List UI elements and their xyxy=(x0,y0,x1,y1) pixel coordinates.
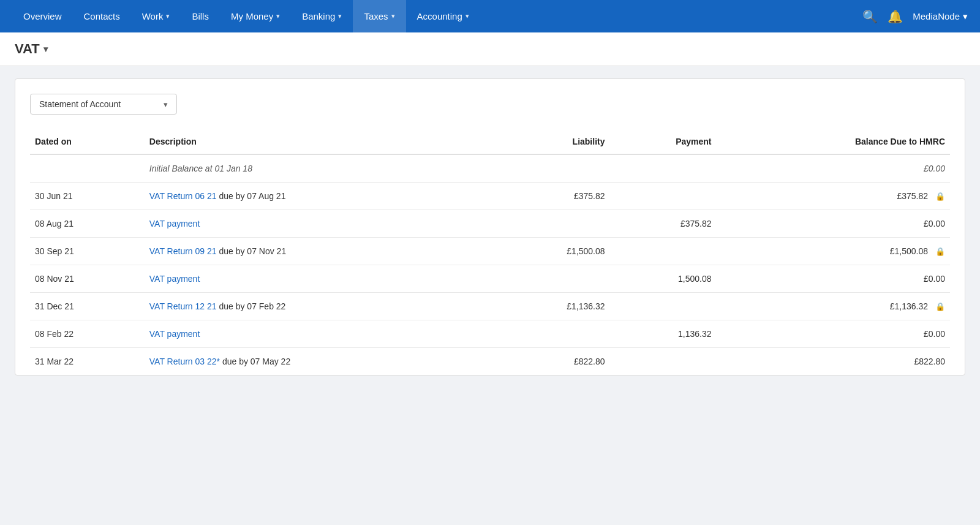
cell-payment xyxy=(610,183,717,210)
cell-description: VAT payment xyxy=(145,320,497,348)
description-link[interactable]: VAT payment xyxy=(149,329,200,339)
description-suffix: due by 07 Aug 21 xyxy=(217,191,286,201)
user-menu[interactable]: MediaNode ▾ xyxy=(913,11,968,22)
cell-payment: £375.82 xyxy=(610,210,717,238)
cell-liability xyxy=(497,265,609,293)
col-balance: Balance Due to HMRC xyxy=(716,129,950,154)
cell-liability xyxy=(497,154,609,183)
main-content: Statement of Account ▾ Dated on Descript… xyxy=(0,66,980,388)
nav-label: Banking xyxy=(302,11,335,21)
cell-date: 30 Jun 21 xyxy=(30,183,145,210)
dropdown-chevron-icon: ▾ xyxy=(164,100,168,109)
description-suffix: due by 07 May 22 xyxy=(220,357,290,366)
balance-value: £0.00 xyxy=(924,164,945,173)
cell-description: VAT Return 12 21 due by 07 Feb 22 xyxy=(145,293,497,320)
nav-chevron-icon: ▾ xyxy=(166,12,170,20)
nav-item-banking[interactable]: Banking▾ xyxy=(291,0,353,32)
statement-card: Statement of Account ▾ Dated on Descript… xyxy=(15,78,965,376)
balance-value: £1,136.32 xyxy=(890,301,928,311)
cell-payment xyxy=(610,154,717,183)
nav-item-contacts[interactable]: Contacts xyxy=(73,0,131,32)
balance-value: £0.00 xyxy=(924,329,945,339)
cell-description: VAT Return 03 22* due by 07 May 22 xyxy=(145,348,497,376)
cell-balance: £0.00 xyxy=(716,320,950,348)
report-type-dropdown[interactable]: Statement of Account ▾ xyxy=(30,94,177,115)
nav-item-taxes[interactable]: Taxes▾ xyxy=(353,0,405,32)
cell-balance: £0.00 xyxy=(716,154,950,183)
col-payment: Payment xyxy=(610,129,717,154)
cell-date: 31 Dec 21 xyxy=(30,293,145,320)
table-row: 31 Mar 22VAT Return 03 22* due by 07 May… xyxy=(30,348,950,376)
col-liability: Liability xyxy=(497,129,609,154)
nav-chevron-icon: ▾ xyxy=(276,12,280,20)
cell-payment xyxy=(610,238,717,265)
navbar: OverviewContactsWork▾BillsMy Money▾Banki… xyxy=(0,0,980,32)
description-suffix: due by 07 Nov 21 xyxy=(217,246,287,256)
col-description: Description xyxy=(145,129,497,154)
nav-chevron-icon: ▾ xyxy=(391,12,395,20)
lock-icon: 🔒 xyxy=(935,302,945,311)
cell-date: 08 Aug 21 xyxy=(30,210,145,238)
cell-date: 30 Sep 21 xyxy=(30,238,145,265)
nav-label: Bills xyxy=(192,11,209,21)
dropdown-label: Statement of Account xyxy=(39,99,121,109)
nav-chevron-icon: ▾ xyxy=(466,12,469,20)
nav-item-my-money[interactable]: My Money▾ xyxy=(220,0,291,32)
cell-description: VAT Return 06 21 due by 07 Aug 21 xyxy=(145,183,497,210)
cell-payment: 1,500.08 xyxy=(610,265,717,293)
page-title[interactable]: VAT ▾ xyxy=(15,41,965,57)
cell-date: 31 Mar 22 xyxy=(30,348,145,376)
cell-liability: £1,500.08 xyxy=(497,238,609,265)
cell-description: VAT payment xyxy=(145,265,497,293)
bell-icon[interactable]: 🔔 xyxy=(888,9,903,24)
nav-item-accounting[interactable]: Accounting▾ xyxy=(406,0,480,32)
nav-label: Contacts xyxy=(84,11,120,21)
balance-value: £0.00 xyxy=(924,274,945,284)
page-header: VAT ▾ xyxy=(0,32,980,66)
nav-item-work[interactable]: Work▾ xyxy=(131,0,181,32)
description-link[interactable]: VAT payment xyxy=(149,274,200,284)
cell-payment xyxy=(610,293,717,320)
nav-item-overview[interactable]: Overview xyxy=(12,0,73,32)
cell-balance: £1,500.08🔒 xyxy=(716,238,950,265)
description-link[interactable]: VAT Return 03 22* xyxy=(149,357,220,366)
description-link[interactable]: VAT Return 12 21 xyxy=(149,301,217,311)
nav-items: OverviewContactsWork▾BillsMy Money▾Banki… xyxy=(12,0,862,32)
table-row: Initial Balance at 01 Jan 18£0.00 xyxy=(30,154,950,183)
nav-label: My Money xyxy=(231,11,273,21)
balance-value: £1,500.08 xyxy=(890,246,928,256)
nav-label: Work xyxy=(142,11,164,21)
nav-item-bills[interactable]: Bills xyxy=(181,0,220,32)
table-row: 08 Nov 21VAT payment1,500.08£0.00 xyxy=(30,265,950,293)
nav-chevron-icon: ▾ xyxy=(338,12,342,20)
cell-payment: 1,136.32 xyxy=(610,320,717,348)
cell-balance: £375.82🔒 xyxy=(716,183,950,210)
lock-icon: 🔒 xyxy=(935,247,945,256)
description-link[interactable]: VAT payment xyxy=(149,219,200,229)
search-icon[interactable]: 🔍 xyxy=(862,9,878,24)
nav-label: Overview xyxy=(23,11,62,21)
table-row: 31 Dec 21VAT Return 12 21 due by 07 Feb … xyxy=(30,293,950,320)
description-suffix: due by 07 Feb 22 xyxy=(217,301,286,311)
user-label: MediaNode xyxy=(913,11,960,21)
cell-description: VAT payment xyxy=(145,210,497,238)
balance-value: £375.82 xyxy=(897,191,928,201)
cell-liability: £375.82 xyxy=(497,183,609,210)
cell-balance: £822.80 xyxy=(716,348,950,376)
cell-liability xyxy=(497,210,609,238)
cell-date: 08 Feb 22 xyxy=(30,320,145,348)
page-title-chevron-icon: ▾ xyxy=(43,44,48,54)
nav-label: Taxes xyxy=(364,11,388,21)
cell-description: Initial Balance at 01 Jan 18 xyxy=(145,154,497,183)
table-row: 08 Feb 22VAT payment1,136.32£0.00 xyxy=(30,320,950,348)
description-link[interactable]: VAT Return 09 21 xyxy=(149,246,217,256)
cell-balance: £0.00 xyxy=(716,265,950,293)
cell-payment xyxy=(610,348,717,376)
cell-date xyxy=(30,154,145,183)
table-row: 08 Aug 21VAT payment£375.82£0.00 xyxy=(30,210,950,238)
statement-table: Dated on Description Liability Payment B… xyxy=(30,129,950,375)
description-link[interactable]: VAT Return 06 21 xyxy=(149,191,217,201)
table-header-row: Dated on Description Liability Payment B… xyxy=(30,129,950,154)
cell-balance: £0.00 xyxy=(716,210,950,238)
cell-liability: £822.80 xyxy=(497,348,609,376)
